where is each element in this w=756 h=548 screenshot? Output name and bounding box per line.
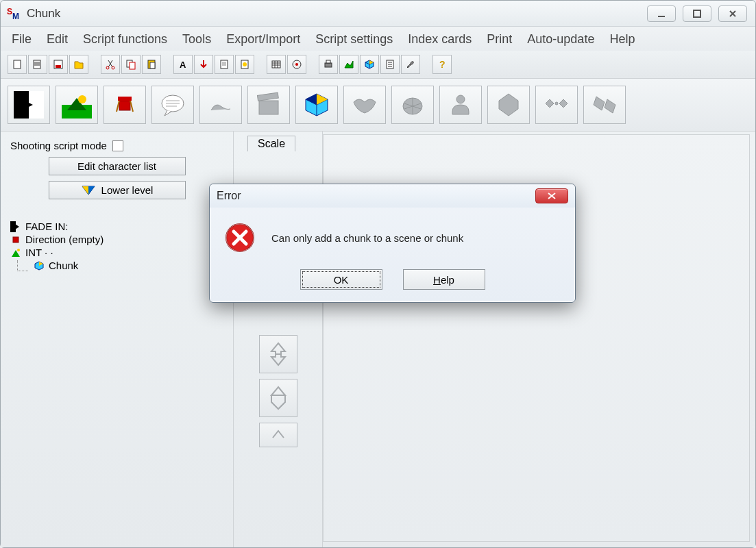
dialog-title: Error — [217, 190, 241, 202]
dialog-close-button[interactable] — [535, 188, 568, 203]
error-icon — [223, 221, 256, 254]
dialog-buttons: OK Help — [210, 266, 575, 302]
modal-backdrop: Error Can only add a chunk to a scene or… — [0, 0, 756, 548]
dialog-titlebar: Error — [210, 184, 575, 208]
help-rest: elp — [441, 274, 454, 286]
dialog-message: Can only add a chunk to a scene or chunk — [271, 232, 463, 244]
ok-label: OK — [334, 274, 349, 286]
dialog-body: Can only add a chunk to a scene or chunk — [210, 208, 575, 266]
dialog-ok-button[interactable]: OK — [300, 269, 382, 290]
close-icon — [547, 192, 557, 200]
help-underline: H — [433, 274, 441, 286]
error-dialog: Error Can only add a chunk to a scene or… — [209, 184, 576, 303]
dialog-help-button[interactable]: Help — [403, 269, 485, 290]
